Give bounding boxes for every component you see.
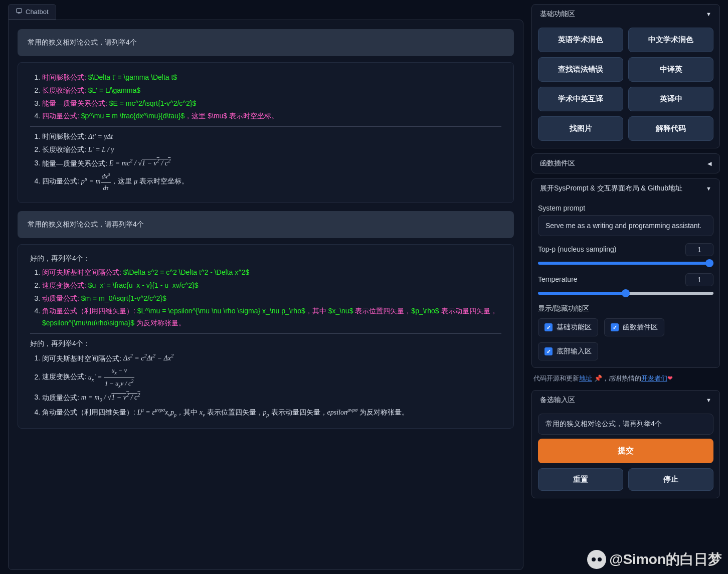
checkbox-basic[interactable]: ✓基础功能区 bbox=[538, 318, 598, 336]
panel-title: 备选输入区 bbox=[540, 396, 575, 405]
panel-title: 函数插件区 bbox=[540, 159, 575, 168]
check-icon: ✓ bbox=[544, 323, 553, 331]
input-panel-toggle[interactable]: 备选输入区 ▼ bbox=[532, 391, 719, 410]
list-item: 动质量公式: $m = m_0/\sqrt{1-v^2/c^2}$ bbox=[42, 293, 501, 305]
input-panel: 备选输入区 ▼ 提交 重置 停止 bbox=[531, 390, 720, 498]
fn-button[interactable]: 中译英 bbox=[628, 57, 713, 82]
temperature-label: Temperature bbox=[538, 275, 578, 283]
source-link[interactable]: 地址 bbox=[579, 374, 592, 382]
chatbot-tab[interactable]: Chatbot bbox=[8, 4, 56, 20]
list-item: 长度收缩公式: $L' = L/\gamma$ bbox=[42, 85, 501, 97]
checkbox-input[interactable]: ✓底部输入区 bbox=[538, 342, 598, 360]
list-item: 闵可夫斯基时空间隔公式: $\Delta s^2 = c^2 \Delta t^… bbox=[42, 267, 501, 279]
panel-title: 展开SysPrompt & 交互界面布局 & Github地址 bbox=[540, 184, 682, 193]
list-item: 闵可夫斯基时空间隔公式: Δs2 = c2Δt2 − Δx2 bbox=[42, 352, 501, 364]
bot-message: 时间膨胀公式: $\Delta t' = \gamma \Delta t$ 长度… bbox=[18, 62, 514, 203]
check-icon: ✓ bbox=[611, 323, 619, 331]
list-item: 速度变换公式: $u_x' = \frac{u_x - v}{1 - u_xv/… bbox=[42, 280, 501, 292]
list-item: 四动量公式: pμ = mdxμdτ，这里 μ 表示时空坐标。 bbox=[42, 170, 501, 194]
fn-button[interactable]: 学术中英互译 bbox=[538, 87, 623, 111]
alt-input[interactable] bbox=[538, 414, 713, 435]
reset-button[interactable]: 重置 bbox=[538, 468, 623, 491]
temperature-value[interactable]: 1 bbox=[685, 273, 713, 286]
checkbox-plugin[interactable]: ✓函数插件区 bbox=[604, 318, 664, 336]
sysprompt-panel-toggle[interactable]: 展开SysPrompt & 交互界面布局 & Github地址 ▼ bbox=[532, 179, 719, 198]
list-item: 动质量公式: m = m0 / √1 − v2 / c2 bbox=[42, 391, 501, 405]
svg-rect-0 bbox=[17, 9, 22, 13]
sysprompt-panel: 展开SysPrompt & 交互界面布局 & Github地址 ▼ System… bbox=[531, 178, 720, 368]
chat-area: 常用的狭义相对论公式，请列举4个 时间膨胀公式: $\Delta t' = \g… bbox=[8, 20, 523, 570]
chevron-left-icon: ◀ bbox=[707, 160, 711, 167]
fn-button[interactable]: 查找语法错误 bbox=[538, 57, 623, 82]
list-item: 角动量公式（利用四维矢量）: $L^\mu = \epsilon^{\mu \n… bbox=[42, 305, 501, 329]
list-item: 速度变换公式: ux′ = ux − v1 − uxv / c2 bbox=[42, 365, 501, 390]
user-message: 常用的狭义相对论公式，请列举4个 bbox=[18, 29, 514, 56]
fn-button[interactable]: 英译中 bbox=[628, 87, 713, 111]
list-item: 时间膨胀公式: Δt′ = γΔt bbox=[42, 131, 501, 143]
list-item: 能量—质量关系公式: $E = mc^2/\sqrt{1-v^2/c^2}$ bbox=[42, 98, 501, 110]
plugin-panel-toggle[interactable]: 函数插件区 ◀ bbox=[532, 154, 719, 173]
panel-title: 基础功能区 bbox=[540, 10, 575, 19]
chevron-down-icon: ▼ bbox=[706, 11, 711, 17]
fn-button[interactable]: 解释代码 bbox=[628, 116, 713, 141]
system-prompt-label: System prompt bbox=[538, 204, 713, 212]
topp-value[interactable]: 1 bbox=[685, 243, 713, 256]
list-item: 四动量公式: $p^\mu = m \frac{dx^\mu}{d\tau}$，… bbox=[42, 110, 501, 122]
topp-label: Top-p (nucleus sampling) bbox=[538, 245, 616, 253]
stop-button[interactable]: 停止 bbox=[628, 468, 713, 491]
contributors-link[interactable]: 开发者们 bbox=[641, 374, 667, 382]
list-item: 长度收缩公式: L′ = L / γ bbox=[42, 144, 501, 156]
toggle-section-label: 显示/隐藏功能区 bbox=[538, 304, 713, 313]
tab-label: Chatbot bbox=[26, 8, 49, 16]
bot-message: 好的，再列举4个： 闵可夫斯基时空间隔公式: $\Delta s^2 = c^2… bbox=[18, 244, 514, 429]
list-item: 时间膨胀公式: $\Delta t' = \gamma \Delta t$ bbox=[42, 72, 501, 84]
list-item: 能量—质量关系公式: E = mc2 / √1 − v2 / c2 bbox=[42, 157, 501, 169]
fn-button[interactable]: 找图片 bbox=[538, 116, 623, 141]
fn-button[interactable]: 英语学术润色 bbox=[538, 28, 623, 52]
plugin-panel: 函数插件区 ◀ bbox=[531, 153, 720, 173]
chevron-down-icon: ▼ bbox=[706, 185, 711, 192]
fn-button[interactable]: 中文学术润色 bbox=[628, 28, 713, 52]
topp-slider[interactable] bbox=[538, 262, 713, 265]
heart-icon: ❤ bbox=[667, 374, 673, 382]
list-item: 角动量公式（利用四维矢量）: Lμ = εμνρσxνpρ，其中 xν 表示位置… bbox=[42, 406, 501, 419]
user-message: 常用的狭义相对论公式，请再列举4个 bbox=[18, 211, 514, 238]
temperature-slider[interactable] bbox=[538, 292, 713, 295]
chat-icon bbox=[16, 8, 23, 16]
submit-button[interactable]: 提交 bbox=[538, 439, 713, 463]
chevron-down-icon: ▼ bbox=[706, 397, 711, 403]
basic-panel-toggle[interactable]: 基础功能区 ▼ bbox=[532, 5, 719, 24]
footer-text: 代码开源和更新地址 📌，感谢热情的开发者们❤ bbox=[531, 373, 720, 385]
system-prompt-input[interactable] bbox=[538, 215, 713, 236]
pin-icon: 📌 bbox=[594, 374, 602, 382]
basic-panel: 基础功能区 ▼ 英语学术润色 中文学术润色 查找语法错误 中译英 学术中英互译 … bbox=[531, 4, 720, 148]
check-icon: ✓ bbox=[544, 347, 553, 355]
